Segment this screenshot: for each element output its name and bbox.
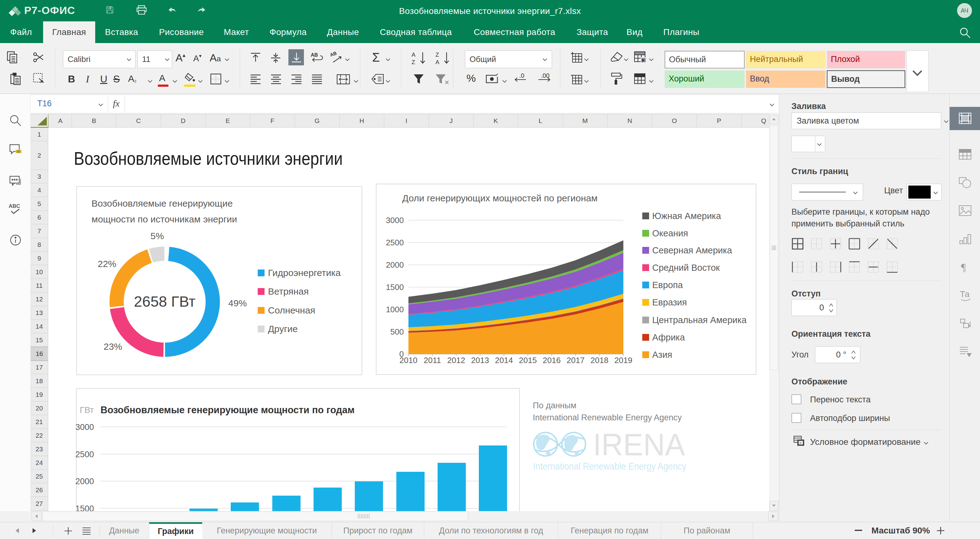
svg-text:A: A bbox=[436, 59, 439, 65]
svg-text:AB: AB bbox=[311, 52, 318, 58]
svg-text:Z: Z bbox=[412, 59, 415, 65]
svg-text:Та: Та bbox=[960, 290, 970, 299]
svg-text:>: > bbox=[799, 441, 802, 445]
svg-text:.0: .0 bbox=[519, 73, 524, 79]
svg-text:ABC: ABC bbox=[9, 203, 20, 209]
svg-text:¶: ¶ bbox=[961, 262, 966, 273]
svg-text:A: A bbox=[412, 51, 415, 58]
svg-text:AB: AB bbox=[331, 52, 337, 58]
svg-text:Z: Z bbox=[436, 51, 439, 58]
svg-text:>: > bbox=[642, 58, 644, 63]
